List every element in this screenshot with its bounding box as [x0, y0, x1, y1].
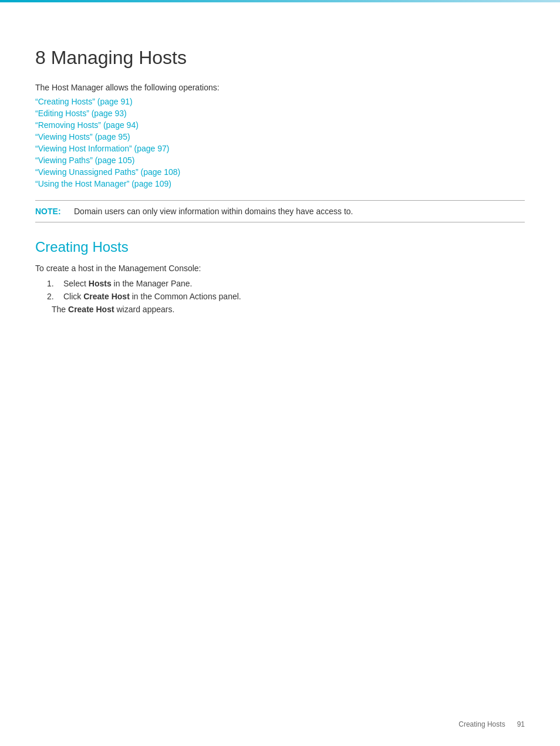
step-2-number: 2. [47, 292, 59, 301]
footer-section-label: Creating Hosts [458, 720, 505, 728]
toc-link-using-host-manager[interactable]: “Using the Host Manager” (page 109) [35, 179, 171, 188]
note-box: NOTE: Domain users can only view informa… [35, 200, 525, 222]
toc-item-7[interactable]: “Viewing Unassigned Paths” (page 108) [35, 167, 525, 177]
section-intro: To create a host in the Management Conso… [35, 264, 525, 273]
section-title-creating-hosts: Creating Hosts [35, 239, 525, 255]
note-label: NOTE: [35, 207, 65, 216]
toc-item-1[interactable]: “Creating Hosts” (page 91) [35, 97, 525, 106]
step-2-bold: Create Host [83, 292, 130, 301]
step-1-content: Select Hosts in the Manager Pane. [63, 279, 525, 288]
toc-link-creating-hosts[interactable]: “Creating Hosts” (page 91) [35, 97, 133, 106]
step-sub-text: The Create Host wizard appears. [52, 305, 525, 314]
toc-item-4[interactable]: “Viewing Hosts” (page 95) [35, 132, 525, 141]
toc-item-3[interactable]: “Removing Hosts” (page 94) [35, 120, 525, 130]
step-1-bold: Hosts [89, 279, 112, 288]
toc-link-viewing-paths[interactable]: “Viewing Paths” (page 105) [35, 156, 134, 165]
toc-link-viewing-hosts[interactable]: “Viewing Hosts” (page 95) [35, 132, 130, 141]
step-2-content: Click Create Host in the Common Actions … [63, 292, 525, 301]
step-1: 1. Select Hosts in the Manager Pane. [47, 279, 525, 288]
toc-link-removing-hosts[interactable]: “Removing Hosts” (page 94) [35, 120, 139, 130]
note-text: Domain users can only view information w… [74, 207, 353, 216]
steps-list: 1. Select Hosts in the Manager Pane. 2. … [47, 279, 525, 301]
toc-link-viewing-unassigned[interactable]: “Viewing Unassigned Paths” (page 108) [35, 167, 180, 177]
toc-item-6[interactable]: “Viewing Paths” (page 105) [35, 156, 525, 165]
toc-item-5[interactable]: “Viewing Host Information” (page 97) [35, 144, 525, 153]
page-title: 8 Managing Hosts [35, 47, 525, 69]
footer-page-number: 91 [517, 720, 525, 728]
toc-link-editing-hosts[interactable]: “Editing Hosts” (page 93) [35, 109, 127, 118]
step-1-number: 1. [47, 279, 59, 288]
step-sub-bold: Create Host [68, 305, 114, 314]
intro-text: The Host Manager allows the following op… [35, 83, 525, 92]
toc-list: “Creating Hosts” (page 91) “Editing Host… [35, 97, 525, 188]
toc-item-8[interactable]: “Using the Host Manager” (page 109) [35, 179, 525, 188]
footer: Creating Hosts 91 [458, 720, 525, 728]
toc-item-2[interactable]: “Editing Hosts” (page 93) [35, 109, 525, 118]
top-border [0, 0, 560, 2]
toc-link-viewing-host-info[interactable]: “Viewing Host Information” (page 97) [35, 144, 170, 153]
step-2: 2. Click Create Host in the Common Actio… [47, 292, 525, 301]
